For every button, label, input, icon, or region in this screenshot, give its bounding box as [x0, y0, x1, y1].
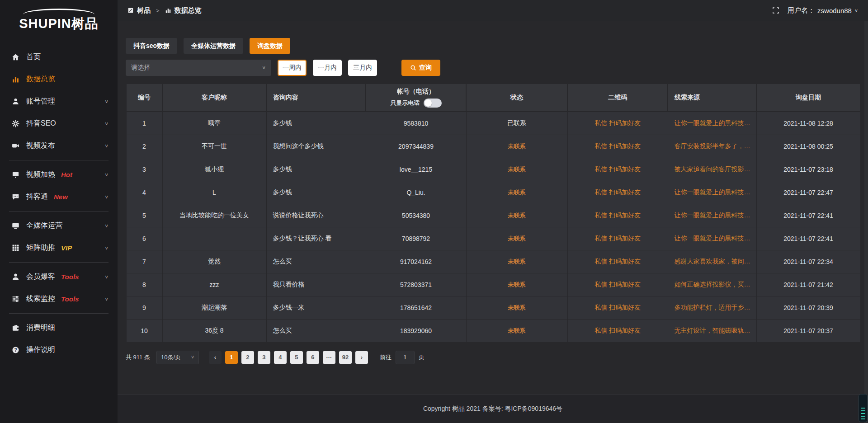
- page-button[interactable]: 1: [225, 351, 238, 364]
- table-row: 3 狐小狸 多少钱 love__1215 未联系 私信 扫码加好友 被大家追着问…: [126, 158, 860, 181]
- menu-icon: [12, 120, 19, 127]
- account-select[interactable]: 请选择 ∨: [126, 60, 271, 76]
- source-link[interactable]: 如何正确选择投影仪，买投影...: [675, 281, 752, 289]
- menu-icon: [12, 244, 19, 252]
- page-button[interactable]: 5: [290, 351, 303, 364]
- sidebar-item[interactable]: 抖客通 New ∨: [0, 186, 118, 208]
- qr-links[interactable]: 私信 扫码加好友: [594, 142, 641, 150]
- source-link[interactable]: 多功能护栏灯，适用于乡村文...: [675, 304, 752, 312]
- table-row: 6 多少钱？让我死心 看 70898792 未联系 私信 扫码加好友 让你一眼就…: [126, 227, 860, 250]
- source-link[interactable]: 感谢大家喜欢我家，被问了好...: [675, 258, 752, 266]
- qr-links[interactable]: 私信 扫码加好友: [594, 258, 641, 265]
- sidebar-item-label: 操作说明: [26, 345, 55, 355]
- range-button[interactable]: 一周内: [278, 60, 307, 76]
- sidebar-item[interactable]: 账号管理 ∨: [0, 90, 118, 113]
- page-size-select[interactable]: 10条/页 ∨: [156, 351, 199, 364]
- source-link[interactable]: 让你一眼就爱上的黑科技，能...: [675, 188, 752, 197]
- page-button[interactable]: 3: [258, 351, 270, 364]
- page-button[interactable]: 2: [241, 351, 254, 364]
- menu-icon: [12, 273, 19, 281]
- sidebar-item[interactable]: 消费明细 ∨: [0, 317, 118, 339]
- user-menu[interactable]: 用户名：zswodun88 ∨: [788, 6, 858, 15]
- cell-account: 178651642: [366, 296, 466, 319]
- prev-page-button[interactable]: ‹: [209, 351, 222, 364]
- sidebar-item-badge: Hot: [61, 171, 72, 179]
- cell-status: 未联系: [466, 158, 567, 181]
- source-link[interactable]: 客厅安装投影半年多了，真实...: [675, 142, 752, 150]
- sidebar-item-label: 账号管理: [26, 97, 55, 106]
- cell-source: 让你一眼就爱上的黑科技，能...: [668, 112, 756, 135]
- sidebar-item[interactable]: 视频加热 Hot ∨: [0, 164, 118, 186]
- qr-links[interactable]: 私信 扫码加好友: [594, 212, 641, 219]
- status-badge: 未联系: [508, 258, 526, 265]
- sidebar-item[interactable]: 操作说明 ∨: [0, 339, 118, 361]
- qr-links[interactable]: 私信 扫码加好友: [594, 119, 641, 127]
- sidebar-item[interactable]: 会员爆客 Tools ∨: [0, 266, 118, 288]
- cell-date: 2021-11-07 21:42: [756, 273, 860, 296]
- range-button[interactable]: 三月内: [348, 60, 377, 76]
- page-button[interactable]: 92: [339, 351, 352, 364]
- source-link[interactable]: 被大家追着问的客厅投影分享...: [675, 165, 752, 174]
- bar-chart-icon: [165, 7, 171, 14]
- tab[interactable]: 全媒体运营数据: [184, 38, 243, 54]
- breadcrumb-home[interactable]: 树品: [137, 6, 151, 15]
- source-link[interactable]: 让你一眼就爱上的黑科技，能...: [675, 212, 752, 220]
- goto-page-input[interactable]: [396, 351, 415, 364]
- phone-only-toggle[interactable]: [424, 99, 442, 108]
- page-button[interactable]: 4: [274, 351, 287, 364]
- cell-date: 2021-11-07 22:34: [756, 250, 860, 273]
- table-row: 2 不可一世 我想问这个多少钱 2097344839 未联系 私信 扫码加好友 …: [126, 135, 860, 158]
- menu-icon: [12, 171, 19, 179]
- next-page-button[interactable]: ›: [355, 351, 368, 364]
- sidebar-item[interactable]: 矩阵助推 VIP ∨: [0, 237, 118, 259]
- cell-source: 多功能护栏灯，适用于乡村文...: [668, 296, 756, 319]
- scrollbar-track[interactable]: [864, 21, 868, 423]
- cell-date: 2021-11-07 22:41: [756, 204, 860, 227]
- source-link[interactable]: 让你一眼就爱上的黑科技，能...: [675, 235, 752, 243]
- sidebar-item[interactable]: 数据总览 ∨: [0, 68, 118, 90]
- menu-icon: [12, 324, 19, 332]
- qr-links[interactable]: 私信 扫码加好友: [594, 235, 641, 242]
- source-link[interactable]: 无主灯设计，智能磁吸轨道灯...: [675, 327, 752, 335]
- fullscreen-icon[interactable]: [772, 7, 779, 14]
- cell-nickname: 不可一世: [162, 135, 266, 158]
- cell-nickname: 潮起潮落: [162, 296, 266, 319]
- source-link[interactable]: 让你一眼就爱上的黑科技，能...: [675, 119, 752, 127]
- sidebar-item[interactable]: 抖音SEO ∨: [0, 113, 118, 135]
- sidebar-item[interactable]: 线索监控 Tools ∨: [0, 288, 118, 310]
- pagination: 共 911 条 10条/页 ∨ ‹ 1 2 3 4: [126, 351, 860, 364]
- sidebar-item[interactable]: 视频发布 ∨: [0, 135, 118, 157]
- cell-id: 10: [126, 319, 162, 342]
- floating-widget[interactable]: [859, 394, 868, 422]
- tab[interactable]: 抖音seo数据: [126, 38, 177, 54]
- logo-text: SHUPIN树品: [19, 15, 99, 33]
- sidebar-item[interactable]: 首页 ∨: [0, 46, 118, 68]
- table-row: 10 36度 8 怎么买 183929060 未联系 私信 扫码加好友 无主灯设…: [126, 319, 860, 342]
- main-area: 树品 > 数据总览 用户名：zswodun88 ∨ 抖音seo数据 全媒体运营数…: [118, 0, 868, 423]
- search-button[interactable]: 查询: [401, 60, 440, 76]
- col-account: 帐号（电话） 只显示电话: [366, 84, 466, 112]
- chevron-down-icon: ∨: [104, 296, 108, 302]
- qr-links[interactable]: 私信 扫码加好友: [594, 327, 641, 334]
- qr-links[interactable]: 私信 扫码加好友: [594, 165, 641, 173]
- logo[interactable]: SHUPIN树品: [0, 0, 118, 42]
- page-button[interactable]: 6: [307, 351, 319, 364]
- range-button[interactable]: 一月内: [313, 60, 342, 76]
- cell-content: 我想问这个多少钱: [266, 135, 366, 158]
- cell-qrcode: 私信 扫码加好友: [567, 250, 668, 273]
- cell-account: 9583810: [366, 112, 466, 135]
- breadcrumb-current: 数据总览: [175, 6, 202, 15]
- cell-source: 让你一眼就爱上的黑科技，能...: [668, 227, 756, 250]
- tab[interactable]: 询盘数据: [250, 38, 290, 54]
- qr-links[interactable]: 私信 扫码加好友: [594, 188, 641, 196]
- page-unit-label: 页: [419, 353, 425, 362]
- sidebar-item-label: 抖客通: [26, 192, 48, 202]
- sidebar-menu: 首页 ∨ 数据总览 ∨ 账号管理 ∨ 抖音SEO: [0, 42, 118, 361]
- sidebar-item[interactable]: 全媒体运营 ∨: [0, 215, 118, 237]
- page-button[interactable]: ···: [323, 351, 335, 364]
- username-label: 用户名：: [788, 6, 815, 15]
- qr-links[interactable]: 私信 扫码加好友: [594, 304, 641, 311]
- cell-nickname: [162, 227, 266, 250]
- qr-links[interactable]: 私信 扫码加好友: [594, 281, 641, 288]
- cell-source: 感谢大家喜欢我家，被问了好...: [668, 250, 756, 273]
